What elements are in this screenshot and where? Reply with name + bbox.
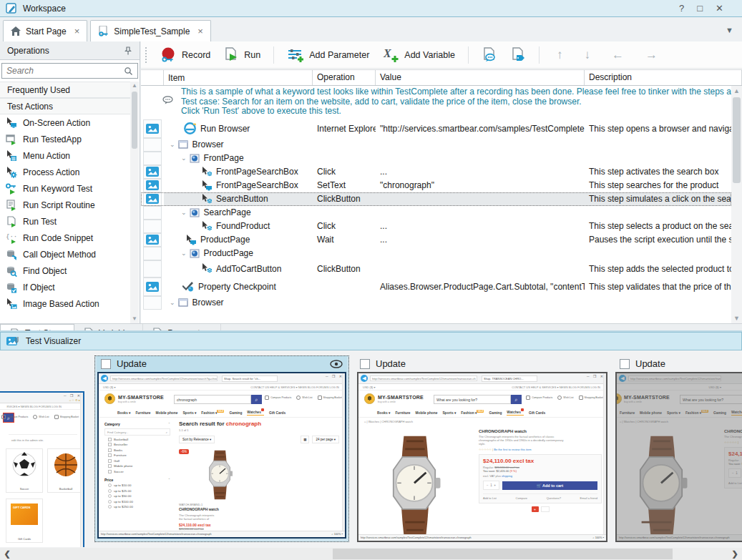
tab-list-dropdown-icon[interactable]: ▼: [726, 26, 733, 34]
op-run-testedapp[interactable]: Run TestedApp: [0, 131, 131, 147]
visualizer-image-icon[interactable]: [146, 167, 159, 177]
visualizer-image-icon[interactable]: [146, 194, 159, 204]
group-frequently-used[interactable]: Frequently Used: [0, 82, 131, 98]
update-checkbox[interactable]: [620, 359, 630, 369]
tab-close-icon[interactable]: ×: [74, 26, 80, 36]
cursor-click-icon: [201, 167, 212, 177]
move-left-button[interactable]: ←: [605, 48, 631, 62]
op-process-action[interactable]: Process Action: [0, 164, 131, 180]
browser-window-icon: [178, 140, 188, 149]
browser-window-icon: [178, 298, 188, 307]
op-run-code-snippet[interactable]: {···} Run Code Snippet: [0, 230, 131, 246]
tab-start-page[interactable]: Start Page ×: [3, 20, 87, 41]
object-check-icon: [6, 282, 17, 293]
search-input[interactable]: [6, 66, 124, 76]
test-step-row[interactable]: Run Browser Internet Explorer "http://se…: [141, 119, 731, 138]
scroll-left-icon[interactable]: ❮: [1, 548, 13, 560]
column-description[interactable]: Description: [585, 70, 742, 85]
test-step-row[interactable]: AddToCartButton ClickButton This step ad…: [141, 260, 731, 277]
group-row-browser[interactable]: ⌄ Browser: [141, 138, 731, 152]
chevron-down-icon[interactable]: ⌄: [170, 299, 175, 306]
visualizer-header[interactable]: Test Visualizer: [0, 332, 742, 350]
thumbnail-home-page[interactable]: ─ ❒ ✕ ⌂ ☆ ⚙ ● RVICES ▾ NEWS BLOG FORUMS …: [0, 391, 85, 547]
update-checkbox[interactable]: [101, 359, 111, 369]
add-comment-button[interactable]: [479, 45, 500, 65]
group-test-actions[interactable]: Test Actions: [0, 98, 131, 114]
sidebar-scrollbar[interactable]: ▲ ▼: [130, 82, 139, 323]
chevron-down-icon[interactable]: ⌄: [181, 250, 187, 257]
column-value[interactable]: Value: [376, 70, 585, 85]
op-image-based-action[interactable]: Image Based Action: [0, 295, 131, 312]
op-call-object-method[interactable]: Call Object Method: [0, 246, 131, 262]
scrollbar-thumb[interactable]: [333, 549, 673, 559]
visualizer-scrollbar[interactable]: ❮ ❯: [0, 548, 742, 560]
home-icon: [11, 26, 21, 36]
favorites-icons: ⌂ ☆ ⚙ ●: [69, 398, 80, 402]
op-run-script-routine[interactable]: Run Script Routine: [0, 197, 131, 213]
back-button: ◀: [361, 375, 368, 382]
group-row-frontpage[interactable]: ⌄ FrontPage: [141, 152, 731, 165]
op-menu-action[interactable]: Menu Action: [0, 147, 131, 164]
zoom-level: ⌕ 100% ▾: [331, 533, 343, 536]
op-on-screen-action[interactable]: On-Screen Action: [0, 114, 131, 131]
column-operation[interactable]: Operation: [313, 70, 376, 85]
pin-icon[interactable]: [124, 46, 132, 55]
grid-scrollbar[interactable]: ▲ ▼: [731, 86, 742, 323]
scroll-down-icon[interactable]: ▼: [130, 315, 139, 323]
chevron-down-icon[interactable]: ⌄: [181, 209, 187, 216]
column-item[interactable]: Item: [164, 70, 313, 85]
group-row-browser[interactable]: ⌄ Browser: [141, 296, 731, 310]
scroll-down-icon[interactable]: ▼: [731, 313, 742, 323]
visualizer-image-icon[interactable]: [146, 180, 159, 190]
move-up-button[interactable]: ↑: [550, 48, 570, 62]
cursor-click-icon: [201, 263, 212, 274]
run-icon: [223, 47, 239, 63]
op-run-test[interactable]: Run Test: [0, 213, 131, 230]
visualizer-image-icon[interactable]: [146, 235, 159, 245]
run-button[interactable]: Run: [220, 45, 263, 65]
comment-row[interactable]: This is a sample of what a keyword test …: [141, 86, 731, 119]
thumbnail-product-page-dimmed[interactable]: Update ◀ http://services.smartbear.com/s…: [615, 355, 742, 546]
update-checkbox[interactable]: [360, 359, 370, 369]
test-step-row[interactable]: Property Checkpoint Aliases.Browser.Prod…: [141, 277, 731, 296]
scroll-right-icon[interactable]: ❯: [729, 548, 741, 560]
add-parameter-button[interactable]: Add Parameter: [284, 45, 372, 65]
scroll-up-icon[interactable]: ▲: [130, 82, 139, 90]
add-variable-button[interactable]: X Add Variable: [379, 45, 458, 65]
op-run-keyword-test[interactable]: Run Keyword Test: [0, 180, 131, 197]
op-find-object[interactable]: Find Object: [0, 262, 131, 279]
chevron-down-icon[interactable]: ⌄: [181, 154, 187, 162]
move-right-button[interactable]: →: [638, 48, 665, 62]
add-variable-icon: X: [382, 47, 399, 63]
move-down-button[interactable]: ↓: [577, 48, 597, 62]
tab-close-icon[interactable]: ×: [197, 26, 203, 36]
thumbnail-search-results[interactable]: Update ◀ http://services.smartbear.com/s…: [94, 355, 349, 542]
thumbnail-product-page[interactable]: Update ◀ http://services.smartbear.com/s…: [356, 355, 609, 542]
test-step-row[interactable]: FrontPageSearchBox SetText "chronograph"…: [141, 179, 731, 192]
op-if-object[interactable]: If Object: [0, 279, 131, 295]
tab-simpletest-sample[interactable]: SimpleTest_Sample ×: [90, 20, 211, 41]
toolbar-grip[interactable]: [145, 47, 148, 63]
close-button[interactable]: ✕: [716, 3, 723, 14]
visualizer-image-icon[interactable]: [146, 124, 159, 134]
add-label-button[interactable]: [507, 45, 529, 65]
scroll-up-icon[interactable]: ▲: [731, 86, 742, 96]
test-step-row-selected[interactable]: SearchButton ClickButton This step simul…: [141, 192, 731, 206]
group-row-searchpage[interactable]: ⌄ SearchPage: [141, 206, 731, 220]
visualizer-image-icon[interactable]: [146, 282, 159, 292]
svg-text:{···}: {···}: [6, 233, 17, 240]
test-step-row[interactable]: ProductPage Wait ... Pauses the script e…: [141, 233, 731, 247]
help-button[interactable]: ?: [679, 3, 684, 14]
store-search-button: ⌕: [511, 395, 522, 404]
chevron-down-icon[interactable]: ⌄: [170, 141, 175, 148]
record-button[interactable]: Record: [157, 45, 213, 65]
maximize-button[interactable]: □: [697, 3, 703, 14]
operations-search[interactable]: [1, 63, 138, 79]
cursor-monitor-icon: [6, 117, 17, 129]
test-step-row[interactable]: FrontPageSearchBox Click ... This step a…: [141, 165, 731, 179]
test-step-row[interactable]: FoundProduct Click ... This step selects…: [141, 220, 731, 233]
sale-badge: SALE: [217, 410, 224, 413]
quantity-stepper: − 1 +: [483, 481, 499, 490]
group-row-productpage[interactable]: ⌄ ProductPage: [141, 247, 731, 260]
eye-icon[interactable]: [330, 360, 343, 368]
